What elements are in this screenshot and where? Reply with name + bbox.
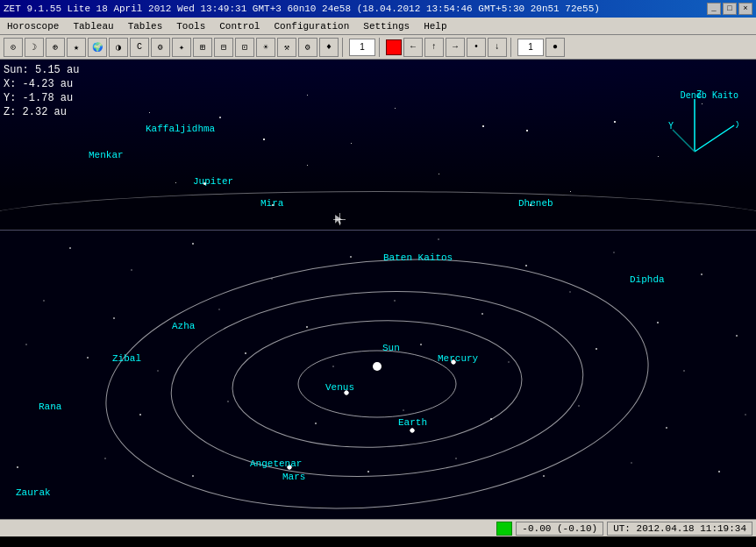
minimize-button[interactable]: _ bbox=[707, 3, 721, 15]
titlebar-text: ZET 9.1.55 Lite 18 April 2012 Wed 13:49:… bbox=[4, 4, 600, 14]
tb-btn-6[interactable]: ◑ bbox=[109, 38, 128, 57]
tb-btn-4[interactable]: ★ bbox=[67, 38, 86, 57]
sky-star-12 bbox=[570, 191, 571, 192]
statusbar: -0.00 (-0.10) UT: 2012.04.18 11:19:34 bbox=[0, 519, 756, 536]
menu-settings[interactable]: Settings bbox=[356, 18, 417, 34]
svg-point-11 bbox=[438, 238, 439, 240]
svg-point-6 bbox=[69, 247, 71, 249]
tb-btn-5[interactable]: 🌍 bbox=[88, 38, 107, 57]
svg-point-37 bbox=[403, 409, 404, 411]
svg-point-44 bbox=[192, 475, 194, 477]
z-info: Z: 2.32 au bbox=[4, 105, 79, 119]
tb-btn-2[interactable]: ☽ bbox=[25, 38, 44, 57]
svg-point-51 bbox=[96, 238, 659, 519]
svg-point-7 bbox=[131, 269, 132, 271]
svg-point-53 bbox=[231, 316, 524, 451]
solar-system-svg bbox=[0, 231, 756, 519]
sky-star-5 bbox=[658, 156, 659, 157]
menu-tableau[interactable]: Tableau bbox=[66, 18, 120, 34]
status-green-indicator bbox=[496, 522, 512, 536]
menu-configuration[interactable]: Configuration bbox=[267, 18, 356, 34]
tb-btn-7[interactable]: C bbox=[130, 38, 149, 57]
tb-btn-9[interactable]: ✦ bbox=[172, 38, 191, 57]
sky-star-15 bbox=[175, 182, 176, 183]
tb-btn-3[interactable]: ⊕ bbox=[46, 38, 65, 57]
svg-point-25 bbox=[157, 370, 159, 372]
toolbar-separator-2 bbox=[379, 38, 382, 57]
svg-point-13 bbox=[613, 252, 615, 253]
sky-star-9 bbox=[702, 103, 703, 104]
tb-btn-14[interactable]: ⚒ bbox=[277, 38, 296, 57]
toolbar-separator-3 bbox=[510, 38, 514, 57]
tb-btn-13[interactable]: ☀ bbox=[256, 38, 275, 57]
svg-point-35 bbox=[227, 401, 229, 402]
tb-btn-15[interactable]: ⚙ bbox=[298, 38, 317, 57]
dheneb-dot bbox=[530, 204, 531, 206]
tb-btn-8[interactable]: ⚙ bbox=[151, 38, 170, 57]
tb-btn-11[interactable]: ⊟ bbox=[214, 38, 233, 57]
tb-btn-dot[interactable]: • bbox=[467, 38, 486, 57]
close-button[interactable]: × bbox=[738, 3, 752, 15]
tb-btn-10[interactable]: ⊞ bbox=[193, 38, 212, 57]
svg-point-52 bbox=[167, 281, 588, 487]
svg-point-14 bbox=[701, 274, 703, 275]
toolbar-number-input[interactable] bbox=[349, 39, 375, 56]
window-controls: _ □ × bbox=[707, 3, 752, 15]
svg-point-23 bbox=[25, 344, 27, 345]
svg-point-15 bbox=[43, 300, 45, 302]
x-info: X: -4.23 au bbox=[4, 77, 79, 91]
menu-help[interactable]: Help bbox=[417, 18, 453, 34]
sky-star-3 bbox=[395, 108, 396, 109]
menubar: Horoscope Tableau Tables Tools Control C… bbox=[0, 18, 756, 35]
deneb-kaito-label: Deneb Kaito bbox=[681, 90, 738, 100]
sky-star-11 bbox=[219, 117, 221, 118]
info-panel: Sun: 5.15 au X: -4.23 au Y: -1.78 au Z: … bbox=[4, 63, 79, 119]
menu-tools[interactable]: Tools bbox=[169, 18, 212, 34]
svg-point-40 bbox=[666, 427, 667, 429]
svg-point-27 bbox=[332, 366, 334, 367]
svg-point-12 bbox=[525, 265, 527, 266]
svg-point-31 bbox=[683, 370, 685, 372]
svg-point-28 bbox=[420, 344, 422, 345]
svg-point-24 bbox=[87, 357, 89, 359]
svg-point-34 bbox=[139, 414, 141, 416]
maximize-button[interactable]: □ bbox=[723, 3, 737, 15]
toolbar-separator bbox=[342, 38, 346, 57]
axes-indicator: Z X Y Deneb Kaito bbox=[668, 90, 738, 160]
tb-btn-arrow-up[interactable]: ↑ bbox=[424, 38, 444, 57]
svg-point-29 bbox=[508, 361, 510, 363]
menu-control[interactable]: Control bbox=[212, 18, 267, 34]
svg-point-50 bbox=[718, 471, 720, 472]
tb-btn-arrow-left[interactable]: ← bbox=[403, 38, 423, 57]
tb-btn-arrow-down[interactable]: ↓ bbox=[488, 38, 507, 57]
svg-text:X: X bbox=[736, 120, 738, 130]
svg-text:Y: Y bbox=[668, 121, 674, 131]
svg-point-10 bbox=[350, 256, 352, 258]
svg-point-43 bbox=[104, 458, 106, 459]
menu-tables[interactable]: Tables bbox=[121, 18, 170, 34]
svg-point-39 bbox=[578, 405, 580, 407]
titlebar: ZET 9.1.55 Lite 18 April 2012 Wed 13:49:… bbox=[0, 0, 756, 18]
sky-star-6 bbox=[307, 95, 308, 96]
tb-btn-1[interactable]: ⊙ bbox=[4, 38, 23, 57]
svg-point-16 bbox=[113, 317, 115, 319]
y-info: Y: -1.78 au bbox=[4, 91, 79, 105]
svg-point-48 bbox=[543, 475, 545, 477]
tb-btn-arrow-right[interactable]: → bbox=[446, 38, 465, 57]
tb-btn-circle[interactable]: ● bbox=[546, 38, 565, 57]
menu-horoscope[interactable]: Horoscope bbox=[0, 18, 66, 34]
tb-btn-12[interactable]: ⊡ bbox=[235, 38, 254, 57]
toolbar-number-input-2[interactable] bbox=[517, 39, 544, 56]
sun-info: Sun: 5.15 au bbox=[4, 63, 79, 77]
svg-point-30 bbox=[596, 348, 597, 350]
status-datetime: UT: 2012.04.18 11:19:34 bbox=[607, 522, 752, 536]
mira-dot bbox=[272, 204, 274, 206]
svg-point-21 bbox=[569, 291, 571, 293]
svg-point-36 bbox=[315, 423, 317, 424]
svg-point-45 bbox=[280, 462, 282, 464]
svg-point-22 bbox=[657, 322, 659, 323]
tb-btn-16[interactable]: ♦ bbox=[319, 38, 339, 57]
svg-point-17 bbox=[218, 309, 220, 310]
svg-point-47 bbox=[455, 458, 457, 459]
color-indicator[interactable] bbox=[386, 39, 402, 55]
